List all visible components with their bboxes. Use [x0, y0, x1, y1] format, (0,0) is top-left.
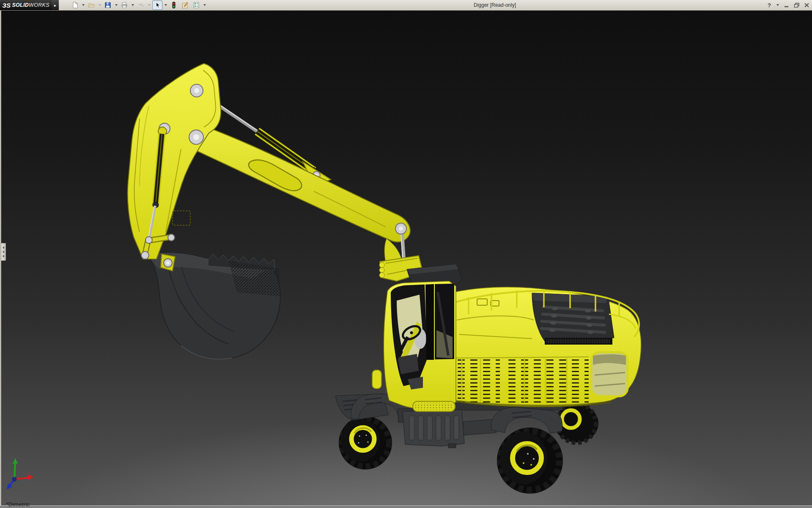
collapse-arrow-icon	[3, 255, 4, 257]
view-orientation-status: *Dimetric	[6, 501, 30, 508]
restore-icon	[794, 3, 800, 8]
minimize-button[interactable]	[784, 3, 790, 8]
close-button[interactable]	[804, 3, 809, 8]
select-cursor-icon	[154, 1, 161, 9]
edit-note-button[interactable]	[180, 0, 190, 10]
select-dropdown-arrow[interactable]	[165, 4, 167, 6]
boom-plate	[128, 64, 221, 259]
menu-expand-button[interactable]: ▸	[52, 0, 59, 10]
brand-light: WORKS	[29, 2, 49, 8]
upper-body[interactable]	[439, 287, 641, 407]
open-folder-icon	[88, 1, 95, 9]
open-dropdown-arrow[interactable]	[99, 4, 101, 6]
open-document-button[interactable]	[86, 0, 96, 10]
restore-button[interactable]	[794, 3, 800, 8]
window-title: Digger [Read-only]	[178, 2, 812, 8]
save-button[interactable]	[103, 0, 113, 10]
wheel-front-left[interactable]	[339, 416, 392, 469]
undo-button[interactable]	[136, 0, 146, 10]
boom-assembly[interactable]	[128, 64, 410, 272]
title-bar: ЗSSOLIDWORKS ▸	[0, 0, 812, 11]
close-icon	[804, 3, 809, 8]
side-vents	[443, 357, 589, 403]
edit-note-icon	[181, 1, 189, 9]
save-dropdown-arrow[interactable]	[115, 4, 118, 6]
options-checklist-button[interactable]	[191, 0, 201, 10]
undo-arrow-icon	[137, 1, 145, 9]
print-button[interactable]	[119, 0, 129, 10]
brand-mark: ЗS	[2, 2, 11, 9]
select-tool-button[interactable]	[152, 0, 162, 10]
wheel-rear-right[interactable]	[497, 428, 563, 494]
undo-dropdown-arrow[interactable]	[148, 4, 151, 6]
feature-panel-collapse-tab[interactable]	[1, 243, 6, 261]
window-controls: ?	[768, 0, 809, 10]
minimize-icon	[784, 3, 790, 8]
new-dropdown-arrow[interactable]	[82, 4, 85, 6]
print-icon	[121, 1, 128, 9]
rear-window	[591, 352, 628, 396]
checklist-icon	[192, 1, 200, 9]
help-button[interactable]: ?	[768, 2, 771, 8]
solidworks-logo: ЗSSOLIDWORKS	[0, 0, 52, 10]
main-toolbar	[70, 0, 207, 10]
appearance-stoplight-button[interactable]	[169, 0, 179, 10]
solidworks-window: ЗSSOLIDWORKS ▸	[0, 0, 812, 508]
viewport-bottom-frame	[0, 505, 812, 508]
options-dropdown-arrow[interactable]	[203, 4, 206, 6]
cab[interactable]	[372, 281, 456, 411]
cab-pillar	[425, 284, 434, 360]
cab-mirror	[372, 370, 381, 389]
collapse-arrow-icon	[3, 246, 4, 249]
y-axis	[14, 462, 15, 479]
save-floppy-icon	[104, 1, 112, 9]
new-document-button[interactable]	[70, 0, 80, 10]
brand-bold: SOLID	[12, 2, 29, 8]
new-document-icon	[71, 1, 79, 9]
print-dropdown-arrow[interactable]	[132, 4, 134, 6]
stoplight-icon	[170, 1, 178, 9]
collapse-arrow-icon	[3, 251, 4, 253]
orientation-triad	[3, 455, 45, 501]
digger-3d-model[interactable]	[0, 10, 812, 508]
help-dropdown-arrow[interactable]	[776, 4, 779, 6]
